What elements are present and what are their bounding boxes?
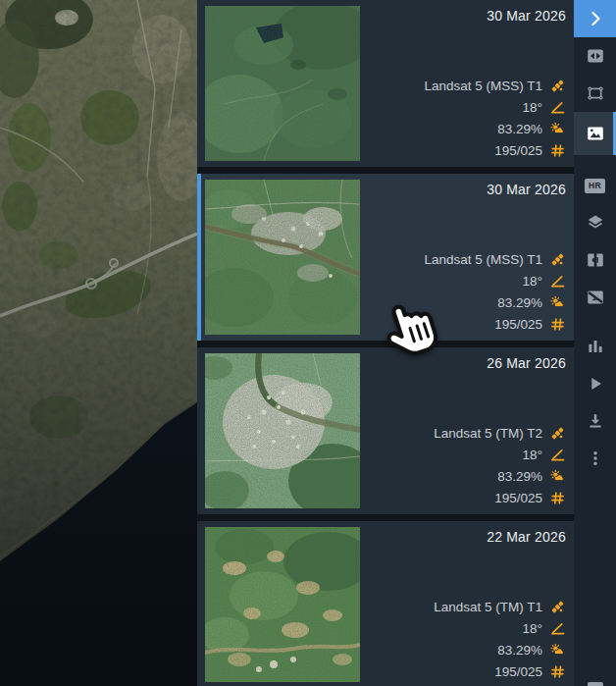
scene-date: 22 Mar 2026	[487, 529, 566, 545]
aerial-basemap	[0, 0, 197, 686]
scene-thumbnail	[205, 180, 360, 335]
play-timelapse-button[interactable]	[574, 365, 616, 402]
analytics-chart-button[interactable]	[574, 328, 616, 365]
satellite-icon	[549, 425, 566, 442]
compare-slider-icon	[585, 45, 606, 67]
split-view-button[interactable]	[574, 241, 616, 279]
more-vertical-icon	[585, 448, 606, 469]
download-icon	[585, 410, 606, 432]
scene-meta-row: 18°	[434, 444, 566, 465]
high-resolution-button[interactable]: HR	[574, 167, 616, 204]
cloud-cover-value: 83.29%	[497, 643, 542, 658]
cloud-cover-value: 83.29%	[497, 295, 542, 310]
scene-card-selected[interactable]: 30 Mar 2026 Landsat 5 (MSS) T1 18° 83.29…	[197, 174, 574, 341]
more-options-button[interactable]	[574, 440, 616, 477]
cloud-sun-icon	[549, 294, 566, 311]
scene-thumbnail	[205, 6, 360, 161]
area-select-button[interactable]	[574, 75, 616, 112]
cloud-sun-icon	[549, 642, 566, 659]
chevron-right-icon	[585, 8, 606, 29]
path-row-value: 195/025	[494, 491, 542, 505]
path-row-value: 195/025	[494, 664, 542, 679]
scene-meta-row: 195/025	[424, 139, 566, 161]
scene-meta-row: 195/025	[424, 313, 566, 335]
scene-date: 26 Mar 2026	[487, 355, 566, 371]
scene-meta-row: Landsat 5 (TM) T2	[434, 422, 566, 444]
path-row-value: 195/025	[494, 317, 542, 332]
scene-meta-row: 83.29%	[424, 291, 566, 313]
expand-panel-button[interactable]	[574, 0, 616, 37]
image-off-icon	[585, 287, 606, 308]
compare-slider-button[interactable]	[574, 37, 616, 75]
sun-elevation-icon	[549, 99, 566, 116]
sun-elevation-value: 18°	[523, 100, 542, 115]
scene-card[interactable]: 22 Mar 2026 Landsat 5 (TM) T1 18° 83.29%…	[197, 521, 574, 686]
scene-meta-row: Landsat 5 (TM) T1	[434, 596, 566, 617]
cloud-sun-icon	[549, 468, 566, 485]
image-gallery-button[interactable]	[574, 112, 616, 155]
layers-icon	[585, 212, 606, 234]
satellite-name: Landsat 5 (MSS) T1	[424, 252, 542, 267]
satellite-name: Landsat 5 (TM) T1	[434, 600, 542, 614]
satellite-name: Landsat 5 (TM) T2	[434, 426, 542, 441]
scene-meta-row: Landsat 5 (MSS) T1	[424, 248, 566, 270]
cloud-cover-value: 83.29%	[497, 469, 542, 484]
scene-meta-row: 18°	[424, 96, 566, 118]
download-button[interactable]	[574, 402, 616, 440]
scene-date: 30 Mar 2026	[487, 182, 566, 197]
bar-chart-icon	[585, 336, 606, 357]
path-row-grid-icon	[549, 142, 566, 159]
image-off-button[interactable]	[574, 279, 616, 316]
scene-meta-row: 18°	[434, 617, 566, 639]
scene-thumbnail	[205, 353, 360, 508]
high-resolution-icon: HR	[585, 179, 605, 193]
path-row-grid-icon	[549, 663, 566, 680]
sun-elevation-icon	[549, 447, 566, 463]
scene-card[interactable]: 26 Mar 2026 Landsat 5 (TM) T2 18° 83.29%…	[197, 347, 574, 514]
scene-meta-row: 83.29%	[434, 639, 566, 660]
sun-elevation-value: 18°	[523, 274, 542, 289]
satellite-icon	[549, 251, 566, 268]
cloud-cover-value: 83.29%	[497, 122, 542, 136]
cut-off-toolbar-button[interactable]	[588, 682, 603, 686]
path-row-grid-icon	[549, 490, 566, 506]
satellite-icon	[549, 78, 566, 94]
layers-button[interactable]	[574, 204, 616, 241]
sun-elevation-value: 18°	[523, 448, 542, 462]
area-select-icon	[585, 82, 606, 104]
sun-elevation-icon	[549, 620, 566, 637]
cloud-sun-icon	[549, 121, 566, 137]
scene-meta-row: 83.29%	[434, 465, 566, 487]
satellite-name: Landsat 5 (MSS) T1	[424, 79, 542, 93]
scene-date: 30 Mar 2026	[487, 8, 566, 24]
satellite-icon	[549, 599, 566, 615]
image-icon	[585, 123, 606, 144]
scene-meta-row: 83.29%	[424, 118, 566, 139]
sun-elevation-icon	[549, 273, 566, 290]
scene-thumbnail	[205, 527, 360, 682]
scene-meta-row: 195/025	[434, 487, 566, 508]
scene-meta-row: Landsat 5 (MSS) T1	[424, 75, 566, 96]
map-region[interactable]	[0, 0, 197, 686]
scene-meta-row: 195/025	[434, 660, 566, 682]
split-view-icon	[585, 249, 606, 271]
right-toolbar: HR	[574, 0, 616, 686]
play-icon	[585, 373, 606, 395]
scene-card[interactable]: 30 Mar 2026 Landsat 5 (MSS) T1 18° 83.29…	[197, 0, 574, 167]
path-row-grid-icon	[549, 316, 566, 333]
sun-elevation-value: 18°	[523, 621, 542, 636]
path-row-value: 195/025	[494, 143, 542, 158]
scene-list-panel: 30 Mar 2026 Landsat 5 (MSS) T1 18° 83.29…	[197, 0, 574, 686]
scene-meta-row: 18°	[424, 270, 566, 291]
